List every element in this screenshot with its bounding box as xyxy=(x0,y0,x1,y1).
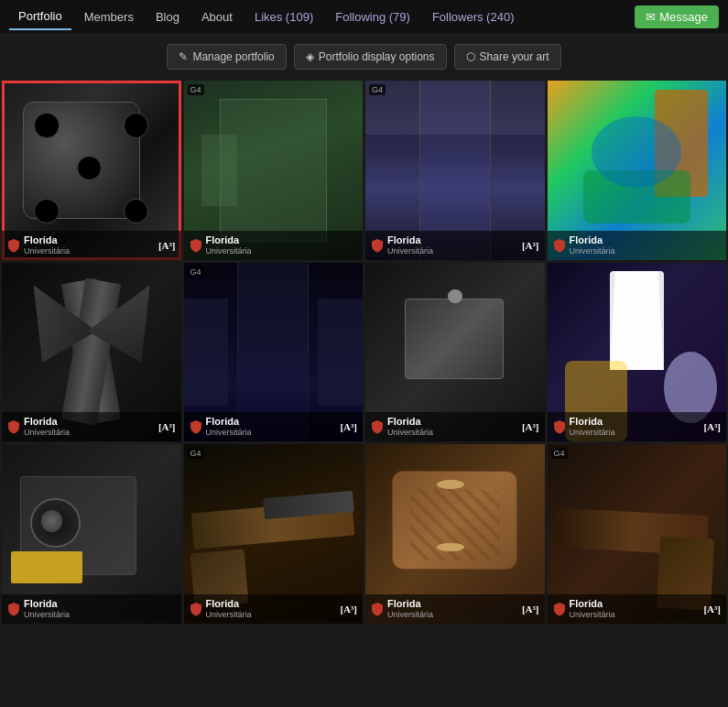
level-badge: [A³] xyxy=(522,604,539,615)
grid-item[interactable]: G4 FloridaUniversitária xyxy=(184,81,364,260)
grid-item[interactable]: FloridaUniversitária[A³] xyxy=(2,81,181,260)
shield-icon xyxy=(190,602,202,616)
portfolio-grid: FloridaUniversitária[A³] G4 FloridaUnive… xyxy=(0,81,728,633)
grid-item[interactable]: G4 FloridaUniversitária[A³] xyxy=(184,263,364,442)
level-badge: [A³] xyxy=(703,604,721,615)
item-overlay: FloridaUniversitária xyxy=(2,594,181,624)
user-role: Universitária xyxy=(24,610,70,620)
user-role: Universitária xyxy=(570,246,615,256)
share-icon: ⬡ xyxy=(466,50,475,63)
user-name: Florida xyxy=(206,234,252,246)
item-overlay: FloridaUniversitária[A³] xyxy=(548,594,727,624)
shield-icon xyxy=(371,602,384,616)
nav-following[interactable]: Following (79) xyxy=(326,5,419,29)
user-name: Florida xyxy=(570,234,615,246)
grid-item[interactable]: G4 FloridaUniversitária[A³] xyxy=(365,81,545,260)
grid-item[interactable]: FloridaUniversitária xyxy=(2,444,181,624)
user-role: Universitária xyxy=(570,610,615,620)
grid-item[interactable]: G4 FloridaUniversitária[A³] xyxy=(184,444,364,624)
display-icon: ◈ xyxy=(306,50,314,63)
shield-icon xyxy=(7,238,20,253)
nav-likes[interactable]: Likes (109) xyxy=(245,5,322,29)
user-name: Florida xyxy=(24,598,70,610)
item-overlay: FloridaUniversitária[A³] xyxy=(184,412,364,441)
user-role: Universitária xyxy=(206,246,252,256)
shield-icon xyxy=(7,602,20,616)
item-overlay: FloridaUniversitária[A³] xyxy=(365,412,545,441)
level-badge: [A³] xyxy=(158,240,176,251)
portfolio-display-button[interactable]: ◈ Portfolio display options xyxy=(294,44,447,70)
user-role: Universitária xyxy=(570,428,615,438)
shield-icon xyxy=(190,238,202,253)
user-name: Florida xyxy=(206,416,252,428)
art-badge: G4 xyxy=(188,448,204,459)
level-badge: [A³] xyxy=(703,421,721,432)
shield-icon xyxy=(371,419,384,434)
user-role: Universitária xyxy=(387,246,433,256)
user-role: Universitária xyxy=(24,428,70,438)
nav-about[interactable]: About xyxy=(192,5,242,29)
grid-item[interactable]: G4 FloridaUniversitária[A³] xyxy=(548,444,727,624)
toolbar: ✎ Manage portfolio ◈ Portfolio display o… xyxy=(0,33,728,81)
level-badge: [A³] xyxy=(340,604,357,615)
user-name: Florida xyxy=(206,598,252,610)
item-overlay: FloridaUniversitária xyxy=(548,231,727,260)
item-overlay: FloridaUniversitária[A³] xyxy=(184,594,364,624)
grid-item[interactable]: FloridaUniversitária[A³] xyxy=(548,263,727,442)
user-name: Florida xyxy=(24,234,70,246)
shield-icon xyxy=(553,419,566,434)
nav-bar: Portfolio Members Blog About Likes (109)… xyxy=(0,0,728,33)
item-overlay: FloridaUniversitária[A³] xyxy=(365,594,545,624)
shield-icon xyxy=(553,238,566,253)
art-badge: G4 xyxy=(369,84,386,95)
user-name: Florida xyxy=(387,416,433,428)
shield-icon xyxy=(7,419,20,434)
nav-members[interactable]: Members xyxy=(75,5,143,29)
user-role: Universitária xyxy=(387,428,433,438)
user-name: Florida xyxy=(570,598,615,610)
message-button[interactable]: ✉ Message xyxy=(635,5,719,28)
level-badge: [A³] xyxy=(522,421,539,432)
user-role: Universitária xyxy=(206,610,252,620)
item-overlay: FloridaUniversitária[A³] xyxy=(365,231,545,260)
level-badge: [A³] xyxy=(340,421,357,432)
nav-portfolio[interactable]: Portfolio xyxy=(9,4,71,30)
user-role: Universitária xyxy=(206,428,252,438)
grid-item[interactable]: FloridaUniversitária xyxy=(548,81,727,260)
item-overlay: FloridaUniversitária[A³] xyxy=(2,231,181,260)
item-overlay: FloridaUniversitária[A³] xyxy=(2,412,181,441)
manage-icon: ✎ xyxy=(179,50,188,63)
shield-icon xyxy=(190,419,202,434)
grid-item[interactable]: FloridaUniversitária[A³] xyxy=(2,263,181,442)
level-badge: [A³] xyxy=(158,421,176,432)
nav-blog[interactable]: Blog xyxy=(147,5,189,29)
shield-icon xyxy=(371,238,384,253)
grid-item[interactable]: FloridaUniversitária[A³] xyxy=(365,263,545,442)
art-badge: G4 xyxy=(551,448,568,459)
user-name: Florida xyxy=(387,598,433,610)
user-name: Florida xyxy=(387,234,433,246)
art-badge: G4 xyxy=(188,266,204,277)
level-badge: [A³] xyxy=(522,240,539,251)
item-overlay: FloridaUniversitária[A³] xyxy=(548,412,727,441)
manage-portfolio-button[interactable]: ✎ Manage portfolio xyxy=(167,44,286,70)
user-role: Universitária xyxy=(24,246,70,256)
message-icon: ✉ xyxy=(646,10,656,24)
art-badge: G4 xyxy=(188,84,204,95)
user-name: Florida xyxy=(570,416,615,428)
user-role: Universitária xyxy=(387,610,433,620)
shield-icon xyxy=(553,602,566,616)
item-overlay: FloridaUniversitária xyxy=(184,231,364,260)
grid-item[interactable]: FloridaUniversitária[A³] xyxy=(365,444,545,624)
user-name: Florida xyxy=(24,416,70,428)
share-art-button[interactable]: ⬡ Share your art xyxy=(454,44,561,70)
nav-followers[interactable]: Followers (240) xyxy=(423,5,524,29)
